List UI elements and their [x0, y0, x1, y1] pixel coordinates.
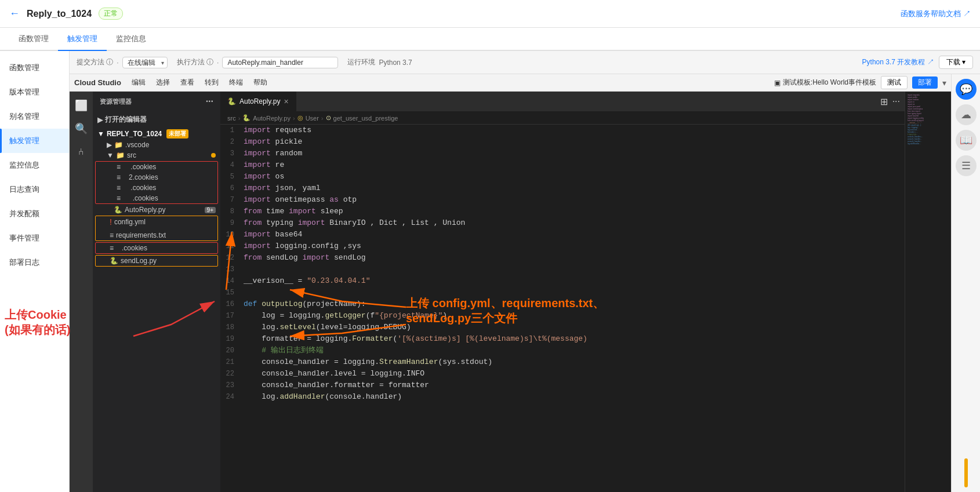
search-icon[interactable]: 🔍 — [72, 119, 90, 138]
xx-cookies-file[interactable]: ≡ .cookies — [96, 243, 217, 253]
editor-more-icon[interactable]: ··· — [892, 96, 900, 107]
requirements-file[interactable]: ≡ requirements.txt — [96, 230, 217, 240]
open-editors-section: ▶ 打开的编辑器 — [93, 111, 220, 128]
config-yml-file[interactable]: ! config.yml — [96, 216, 217, 228]
sendlog-file[interactable]: 🐍 sendLog.py — [96, 256, 217, 266]
back-button[interactable]: ← — [9, 8, 20, 20]
more-options-icon[interactable]: ▾ — [942, 78, 946, 88]
nav-trigger-manage[interactable]: 触发管理 — [0, 129, 69, 153]
template-icon: ▣ — [774, 79, 781, 87]
nav-alias-manage[interactable]: 别名管理 — [0, 104, 69, 129]
book-icon[interactable]: 📖 — [956, 130, 977, 151]
tab-trigger-manage[interactable]: 触发管理 — [58, 28, 107, 51]
cloud-icon[interactable]: ☁ — [956, 104, 977, 125]
file-icon: ≡ — [117, 194, 121, 202]
minimap-content: import requests import pickle import ran… — [905, 92, 951, 492]
env-group: 运行环境 Python 3.7 — [347, 57, 412, 67]
tab-function-manage[interactable]: 函数管理 — [9, 28, 58, 51]
cookies-file-1-name: .cookies — [123, 163, 156, 171]
autoreply-badge: 9+ — [205, 207, 216, 213]
src-folder[interactable]: ▼ 📁 src — [93, 150, 220, 161]
nav-version-manage[interactable]: 版本管理 — [0, 80, 69, 104]
cookies-file-1[interactable]: ≡ .cookies — [96, 162, 217, 172]
chat-icon[interactable]: 💬 — [956, 79, 977, 100]
minimap-lines: import requests import pickle import ran… — [908, 94, 949, 145]
root-folder[interactable]: ▼ REPLY_TO_1024 未部署 — [93, 128, 220, 140]
file-icon: ≡ — [110, 231, 114, 239]
cs-menu-view[interactable]: 查看 — [176, 76, 199, 89]
explorer-more-icon[interactable]: ··· — [206, 96, 213, 107]
top-header: ← Reply_to_1024 正常 函数服务帮助文档 ↗ — [0, 0, 980, 28]
page-title: Reply_to_1024 — [27, 9, 92, 19]
ide-inner: ⬜ 🔍 ⑃ 资源管理器 ··· ▶ — [70, 92, 951, 492]
nav-event-manage[interactable]: 事件管理 — [0, 226, 69, 250]
code-line-7: 7 import onetimepass as otp — [220, 194, 905, 206]
toolbar-right: Python 3.7 开发教程 ↗ 下载 ▾ — [862, 56, 973, 69]
xx-cookies-name: .cookies — [116, 244, 147, 252]
open-editors-label[interactable]: ▶ 打开的编辑器 — [93, 114, 220, 126]
py-icon: 🐍 — [110, 257, 118, 265]
breadcrumb-src: src — [227, 115, 236, 122]
cookies-file-4[interactable]: ≡ .cookies — [96, 193, 217, 203]
editor-right-actions: ⊞ ··· — [880, 96, 905, 107]
explorer-icon[interactable]: ⬜ — [72, 96, 90, 115]
modified-dot — [211, 153, 216, 158]
test-button[interactable]: 测试 — [881, 76, 908, 89]
split-editor-icon[interactable]: ⊞ — [880, 96, 888, 107]
submit-group: 提交方法 ⓘ · 在线编辑 ▾ — [77, 57, 168, 68]
autoreply-file[interactable]: 🐍 AutoReply.py 9+ — [93, 205, 220, 215]
cookies-file-3[interactable]: ≡ .cookies — [96, 183, 217, 193]
submit-select-wrapper[interactable]: 在线编辑 ▾ — [122, 57, 168, 68]
explorer-header: 资源管理器 ··· — [93, 92, 220, 111]
ide-main: Cloud Studio 编辑 选择 查看 转到 终端 帮助 ▣ 测试模板:He… — [70, 74, 951, 492]
cs-menu-select[interactable]: 选择 — [151, 76, 175, 89]
code-line-15: 15 — [220, 287, 905, 298]
nav-log-query[interactable]: 日志查询 — [0, 177, 69, 202]
cookies-file-2[interactable]: ≡ 2.cookies — [96, 172, 217, 183]
chevron-right-icon: ▶ — [97, 116, 103, 124]
menu-icon[interactable]: ☰ — [956, 155, 977, 176]
breadcrumb-sep-1: › — [238, 115, 241, 122]
breadcrumb-file: AutoReply.py — [253, 115, 291, 122]
cs-logo: Cloud Studio — [74, 78, 121, 87]
nav-function-manage[interactable]: 函数管理 — [0, 56, 69, 80]
cs-menu-help[interactable]: 帮助 — [249, 76, 272, 89]
file-explorer: 资源管理器 ··· ▶ 打开的编辑器 ▼ — [93, 92, 220, 492]
breadcrumb-class-icon: ◎ — [297, 114, 303, 122]
submit-select[interactable]: 在线编辑 — [122, 57, 168, 68]
left-nav: 函数管理 版本管理 别名管理 触发管理 监控信息 日志查询 并发配额 事件管理 … — [0, 51, 70, 492]
env-value: Python 3.7 — [379, 59, 412, 67]
cs-menu-goto[interactable]: 转到 — [200, 76, 223, 89]
cs-menu-edit[interactable]: 编辑 — [127, 76, 150, 89]
help-link[interactable]: 函数服务帮助文档 ↗ — [901, 9, 971, 19]
file-icon: ≡ — [117, 173, 121, 181]
breadcrumb-method-icon: ⊙ — [326, 114, 331, 122]
exec-input[interactable] — [222, 57, 338, 68]
breadcrumb-file-icon: 🐍 — [242, 114, 251, 122]
nav-concurrency[interactable]: 并发配额 — [0, 202, 69, 226]
scroll-indicator — [964, 458, 968, 487]
git-icon[interactable]: ⑃ — [72, 143, 90, 161]
code-line-14: 14 __verison__ = "0.23.04.04.1" — [220, 275, 905, 287]
code-content[interactable]: 1 import requests 2 import pickle 3 impo… — [220, 125, 905, 492]
deploy-button[interactable]: 部署 — [912, 76, 938, 89]
download-button[interactable]: 下载 ▾ — [939, 56, 973, 69]
nav-deploy-log[interactable]: 部署日志 — [0, 250, 69, 275]
tab-monitor[interactable]: 监控信息 — [107, 28, 155, 51]
code-line-20: 20 # 输出日志到终端 — [220, 345, 905, 356]
breadcrumb-sep-2: › — [293, 115, 295, 122]
dev-tutorial-link[interactable]: Python 3.7 开发教程 ↗ — [862, 57, 934, 67]
code-line-13: 13 — [220, 264, 905, 275]
breadcrumb-method: get_user_usd_prestige — [333, 115, 398, 122]
cs-menubar: Cloud Studio 编辑 选择 查看 转到 终端 帮助 ▣ 测试模板:He… — [70, 74, 951, 92]
nav-monitor-info[interactable]: 监控信息 — [0, 153, 69, 177]
tab-close-icon[interactable]: × — [284, 97, 288, 106]
vscode-folder[interactable]: ▶ 📁 .vscode — [93, 140, 220, 150]
cs-menu-terminal[interactable]: 终端 — [224, 76, 248, 89]
cookies-group: ≡ .cookies ≡ 2.cookies ≡ .cooki — [95, 161, 218, 204]
autoreply-tab[interactable]: 🐍 AutoReply.py × — [220, 92, 296, 112]
cookies-file-4-name: .cookies — [123, 194, 158, 202]
vscode-folder-name: .vscode — [125, 141, 149, 149]
sendlog-name: sendLog.py — [121, 257, 157, 265]
env-label: 运行环境 — [347, 57, 375, 67]
